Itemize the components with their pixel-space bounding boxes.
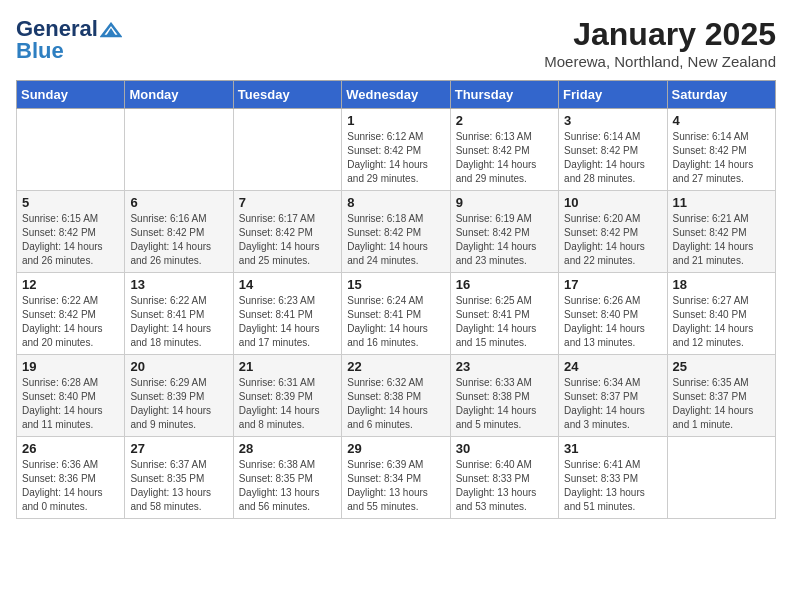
day-number: 15 (347, 277, 444, 292)
page-header: General Blue January 2025 Moerewa, North… (16, 16, 776, 70)
col-thursday: Thursday (450, 81, 558, 109)
day-number: 30 (456, 441, 553, 456)
calendar-subtitle: Moerewa, Northland, New Zealand (544, 53, 776, 70)
day-number: 3 (564, 113, 661, 128)
day-number: 29 (347, 441, 444, 456)
day-number: 4 (673, 113, 770, 128)
day-number: 6 (130, 195, 227, 210)
day-info: Sunrise: 6:18 AMSunset: 8:42 PMDaylight:… (347, 212, 444, 268)
calendar-cell (125, 109, 233, 191)
calendar-cell: 30Sunrise: 6:40 AMSunset: 8:33 PMDayligh… (450, 437, 558, 519)
day-number: 16 (456, 277, 553, 292)
day-number: 8 (347, 195, 444, 210)
calendar-cell: 25Sunrise: 6:35 AMSunset: 8:37 PMDayligh… (667, 355, 775, 437)
day-number: 14 (239, 277, 336, 292)
day-info: Sunrise: 6:15 AMSunset: 8:42 PMDaylight:… (22, 212, 119, 268)
day-info: Sunrise: 6:26 AMSunset: 8:40 PMDaylight:… (564, 294, 661, 350)
day-info: Sunrise: 6:14 AMSunset: 8:42 PMDaylight:… (673, 130, 770, 186)
day-number: 10 (564, 195, 661, 210)
col-sunday: Sunday (17, 81, 125, 109)
day-info: Sunrise: 6:39 AMSunset: 8:34 PMDaylight:… (347, 458, 444, 514)
logo: General Blue (16, 16, 122, 64)
day-info: Sunrise: 6:19 AMSunset: 8:42 PMDaylight:… (456, 212, 553, 268)
calendar-cell: 12Sunrise: 6:22 AMSunset: 8:42 PMDayligh… (17, 273, 125, 355)
col-saturday: Saturday (667, 81, 775, 109)
title-block: January 2025 Moerewa, Northland, New Zea… (544, 16, 776, 70)
day-info: Sunrise: 6:41 AMSunset: 8:33 PMDaylight:… (564, 458, 661, 514)
calendar-cell: 29Sunrise: 6:39 AMSunset: 8:34 PMDayligh… (342, 437, 450, 519)
calendar-cell: 4Sunrise: 6:14 AMSunset: 8:42 PMDaylight… (667, 109, 775, 191)
day-number: 11 (673, 195, 770, 210)
calendar-cell: 8Sunrise: 6:18 AMSunset: 8:42 PMDaylight… (342, 191, 450, 273)
calendar-cell: 27Sunrise: 6:37 AMSunset: 8:35 PMDayligh… (125, 437, 233, 519)
day-info: Sunrise: 6:13 AMSunset: 8:42 PMDaylight:… (456, 130, 553, 186)
day-info: Sunrise: 6:24 AMSunset: 8:41 PMDaylight:… (347, 294, 444, 350)
calendar-cell: 17Sunrise: 6:26 AMSunset: 8:40 PMDayligh… (559, 273, 667, 355)
calendar-cell: 9Sunrise: 6:19 AMSunset: 8:42 PMDaylight… (450, 191, 558, 273)
calendar-cell: 22Sunrise: 6:32 AMSunset: 8:38 PMDayligh… (342, 355, 450, 437)
day-number: 19 (22, 359, 119, 374)
col-tuesday: Tuesday (233, 81, 341, 109)
calendar-cell: 2Sunrise: 6:13 AMSunset: 8:42 PMDaylight… (450, 109, 558, 191)
calendar-cell: 31Sunrise: 6:41 AMSunset: 8:33 PMDayligh… (559, 437, 667, 519)
calendar-cell: 28Sunrise: 6:38 AMSunset: 8:35 PMDayligh… (233, 437, 341, 519)
day-info: Sunrise: 6:16 AMSunset: 8:42 PMDaylight:… (130, 212, 227, 268)
calendar-week-row: 12Sunrise: 6:22 AMSunset: 8:42 PMDayligh… (17, 273, 776, 355)
calendar-cell: 5Sunrise: 6:15 AMSunset: 8:42 PMDaylight… (17, 191, 125, 273)
day-number: 23 (456, 359, 553, 374)
calendar-table: Sunday Monday Tuesday Wednesday Thursday… (16, 80, 776, 519)
day-info: Sunrise: 6:17 AMSunset: 8:42 PMDaylight:… (239, 212, 336, 268)
calendar-cell: 3Sunrise: 6:14 AMSunset: 8:42 PMDaylight… (559, 109, 667, 191)
day-number: 21 (239, 359, 336, 374)
day-number: 26 (22, 441, 119, 456)
calendar-week-row: 26Sunrise: 6:36 AMSunset: 8:36 PMDayligh… (17, 437, 776, 519)
calendar-cell: 10Sunrise: 6:20 AMSunset: 8:42 PMDayligh… (559, 191, 667, 273)
calendar-week-row: 5Sunrise: 6:15 AMSunset: 8:42 PMDaylight… (17, 191, 776, 273)
day-info: Sunrise: 6:28 AMSunset: 8:40 PMDaylight:… (22, 376, 119, 432)
day-info: Sunrise: 6:32 AMSunset: 8:38 PMDaylight:… (347, 376, 444, 432)
day-number: 2 (456, 113, 553, 128)
day-info: Sunrise: 6:20 AMSunset: 8:42 PMDaylight:… (564, 212, 661, 268)
col-monday: Monday (125, 81, 233, 109)
day-number: 31 (564, 441, 661, 456)
day-number: 13 (130, 277, 227, 292)
calendar-cell: 19Sunrise: 6:28 AMSunset: 8:40 PMDayligh… (17, 355, 125, 437)
calendar-week-row: 1Sunrise: 6:12 AMSunset: 8:42 PMDaylight… (17, 109, 776, 191)
day-number: 1 (347, 113, 444, 128)
day-number: 27 (130, 441, 227, 456)
day-info: Sunrise: 6:31 AMSunset: 8:39 PMDaylight:… (239, 376, 336, 432)
calendar-cell: 16Sunrise: 6:25 AMSunset: 8:41 PMDayligh… (450, 273, 558, 355)
calendar-cell: 18Sunrise: 6:27 AMSunset: 8:40 PMDayligh… (667, 273, 775, 355)
day-info: Sunrise: 6:27 AMSunset: 8:40 PMDaylight:… (673, 294, 770, 350)
calendar-cell: 11Sunrise: 6:21 AMSunset: 8:42 PMDayligh… (667, 191, 775, 273)
day-number: 22 (347, 359, 444, 374)
day-number: 12 (22, 277, 119, 292)
calendar-cell: 23Sunrise: 6:33 AMSunset: 8:38 PMDayligh… (450, 355, 558, 437)
day-info: Sunrise: 6:12 AMSunset: 8:42 PMDaylight:… (347, 130, 444, 186)
day-number: 17 (564, 277, 661, 292)
day-number: 25 (673, 359, 770, 374)
day-number: 7 (239, 195, 336, 210)
day-number: 9 (456, 195, 553, 210)
day-number: 24 (564, 359, 661, 374)
calendar-cell: 1Sunrise: 6:12 AMSunset: 8:42 PMDaylight… (342, 109, 450, 191)
calendar-title: January 2025 (544, 16, 776, 53)
day-info: Sunrise: 6:22 AMSunset: 8:42 PMDaylight:… (22, 294, 119, 350)
calendar-cell: 7Sunrise: 6:17 AMSunset: 8:42 PMDaylight… (233, 191, 341, 273)
day-info: Sunrise: 6:23 AMSunset: 8:41 PMDaylight:… (239, 294, 336, 350)
day-number: 28 (239, 441, 336, 456)
col-wednesday: Wednesday (342, 81, 450, 109)
day-info: Sunrise: 6:25 AMSunset: 8:41 PMDaylight:… (456, 294, 553, 350)
day-number: 5 (22, 195, 119, 210)
day-info: Sunrise: 6:35 AMSunset: 8:37 PMDaylight:… (673, 376, 770, 432)
calendar-cell (17, 109, 125, 191)
day-info: Sunrise: 6:29 AMSunset: 8:39 PMDaylight:… (130, 376, 227, 432)
logo-blue: Blue (16, 38, 64, 64)
calendar-cell: 24Sunrise: 6:34 AMSunset: 8:37 PMDayligh… (559, 355, 667, 437)
day-info: Sunrise: 6:40 AMSunset: 8:33 PMDaylight:… (456, 458, 553, 514)
day-number: 20 (130, 359, 227, 374)
day-info: Sunrise: 6:14 AMSunset: 8:42 PMDaylight:… (564, 130, 661, 186)
calendar-cell: 13Sunrise: 6:22 AMSunset: 8:41 PMDayligh… (125, 273, 233, 355)
day-info: Sunrise: 6:22 AMSunset: 8:41 PMDaylight:… (130, 294, 227, 350)
day-info: Sunrise: 6:33 AMSunset: 8:38 PMDaylight:… (456, 376, 553, 432)
